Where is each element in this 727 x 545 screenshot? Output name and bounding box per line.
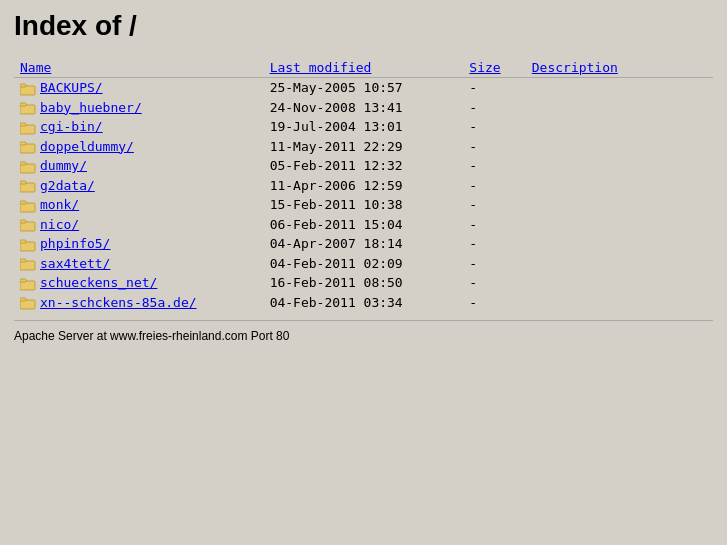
- entry-link[interactable]: BACKUPS/: [40, 80, 103, 95]
- table-row: baby_huebner/24-Nov-2008 13:41-: [14, 98, 713, 118]
- table-row: xn--schckens-85a.de/04-Feb-2011 03:34-: [14, 293, 713, 313]
- entry-link[interactable]: nico/: [40, 217, 79, 232]
- entry-description: [526, 293, 713, 313]
- svg-rect-21: [20, 279, 26, 282]
- folder-icon: [20, 101, 36, 115]
- entry-link[interactable]: sax4tett/: [40, 256, 110, 271]
- entry-link[interactable]: baby_huebner/: [40, 100, 142, 115]
- table-row: monk/15-Feb-2011 10:38-: [14, 195, 713, 215]
- folder-icon: [20, 82, 36, 96]
- svg-rect-7: [20, 142, 26, 145]
- entry-link[interactable]: monk/: [40, 197, 79, 212]
- entry-modified: 25-May-2005 10:57: [264, 78, 464, 98]
- entry-size: -: [463, 117, 525, 137]
- entry-description: [526, 78, 713, 98]
- entry-size: -: [463, 234, 525, 254]
- svg-rect-19: [20, 259, 26, 262]
- entry-size: -: [463, 98, 525, 118]
- folder-icon: [20, 238, 36, 252]
- entry-link[interactable]: phpinfo5/: [40, 236, 110, 251]
- entry-size: -: [463, 195, 525, 215]
- entry-modified: 04-Feb-2011 03:34: [264, 293, 464, 313]
- entry-size: -: [463, 273, 525, 293]
- col-name-link[interactable]: Name: [20, 60, 51, 75]
- entry-link[interactable]: doppeldummy/: [40, 139, 134, 154]
- entry-modified: 19-Jul-2004 13:01: [264, 117, 464, 137]
- col-size-link[interactable]: Size: [469, 60, 500, 75]
- entry-name-cell: monk/: [14, 195, 264, 215]
- table-row: doppeldummy/11-May-2011 22:29-: [14, 137, 713, 157]
- page-title: Index of /: [14, 10, 713, 42]
- entry-name-cell: dummy/: [14, 156, 264, 176]
- entry-description: [526, 156, 713, 176]
- col-desc-link[interactable]: Description: [532, 60, 618, 75]
- table-row: sax4tett/04-Feb-2011 02:09-: [14, 254, 713, 274]
- entry-size: -: [463, 137, 525, 157]
- svg-rect-3: [20, 103, 26, 106]
- entry-modified: 11-Apr-2006 12:59: [264, 176, 464, 196]
- entry-size: -: [463, 78, 525, 98]
- svg-rect-9: [20, 162, 26, 165]
- entry-link[interactable]: dummy/: [40, 158, 87, 173]
- entry-name-cell: phpinfo5/: [14, 234, 264, 254]
- svg-rect-13: [20, 201, 26, 204]
- table-row: dummy/05-Feb-2011 12:32-: [14, 156, 713, 176]
- divider: [14, 320, 713, 321]
- entry-modified: 06-Feb-2011 15:04: [264, 215, 464, 235]
- entry-description: [526, 234, 713, 254]
- entry-description: [526, 195, 713, 215]
- table-row: schueckens_net/16-Feb-2011 08:50-: [14, 273, 713, 293]
- entry-description: [526, 176, 713, 196]
- entry-size: -: [463, 254, 525, 274]
- svg-rect-23: [20, 298, 26, 301]
- entry-name-cell: schueckens_net/: [14, 273, 264, 293]
- entry-link[interactable]: xn--schckens-85a.de/: [40, 295, 197, 310]
- folder-icon: [20, 218, 36, 232]
- entry-description: [526, 137, 713, 157]
- entry-name-cell: baby_huebner/: [14, 98, 264, 118]
- entry-name-cell: g2data/: [14, 176, 264, 196]
- entry-link[interactable]: g2data/: [40, 178, 95, 193]
- col-modified-link[interactable]: Last modified: [270, 60, 372, 75]
- table-row: phpinfo5/04-Apr-2007 18:14-: [14, 234, 713, 254]
- footer-text: Apache Server at www.freies-rheinland.co…: [14, 329, 713, 343]
- entry-description: [526, 215, 713, 235]
- table-row: g2data/11-Apr-2006 12:59-: [14, 176, 713, 196]
- entry-description: [526, 273, 713, 293]
- entry-size: -: [463, 156, 525, 176]
- folder-icon: [20, 199, 36, 213]
- folder-icon: [20, 160, 36, 174]
- entry-name-cell: nico/: [14, 215, 264, 235]
- table-row: cgi-bin/19-Jul-2004 13:01-: [14, 117, 713, 137]
- entry-link[interactable]: schueckens_net/: [40, 275, 157, 290]
- svg-rect-15: [20, 220, 26, 223]
- entry-description: [526, 98, 713, 118]
- entry-size: -: [463, 176, 525, 196]
- entry-modified: 16-Feb-2011 08:50: [264, 273, 464, 293]
- entry-modified: 05-Feb-2011 12:32: [264, 156, 464, 176]
- svg-rect-5: [20, 123, 26, 126]
- folder-icon: [20, 277, 36, 291]
- entry-modified: 11-May-2011 22:29: [264, 137, 464, 157]
- svg-rect-1: [20, 84, 26, 87]
- entry-name-cell: doppeldummy/: [14, 137, 264, 157]
- entry-name-cell: xn--schckens-85a.de/: [14, 293, 264, 313]
- table-row: BACKUPS/25-May-2005 10:57-: [14, 78, 713, 98]
- entry-description: [526, 117, 713, 137]
- folder-icon: [20, 140, 36, 154]
- entry-modified: 24-Nov-2008 13:41: [264, 98, 464, 118]
- svg-rect-17: [20, 240, 26, 243]
- entry-name-cell: sax4tett/: [14, 254, 264, 274]
- entry-size: -: [463, 293, 525, 313]
- folder-icon: [20, 179, 36, 193]
- entry-size: -: [463, 215, 525, 235]
- entry-modified: 04-Apr-2007 18:14: [264, 234, 464, 254]
- folder-icon: [20, 296, 36, 310]
- table-row: nico/06-Feb-2011 15:04-: [14, 215, 713, 235]
- entry-name-cell: cgi-bin/: [14, 117, 264, 137]
- folder-icon: [20, 257, 36, 271]
- entry-modified: 04-Feb-2011 02:09: [264, 254, 464, 274]
- entry-name-cell: BACKUPS/: [14, 78, 264, 98]
- entry-link[interactable]: cgi-bin/: [40, 119, 103, 134]
- entry-description: [526, 254, 713, 274]
